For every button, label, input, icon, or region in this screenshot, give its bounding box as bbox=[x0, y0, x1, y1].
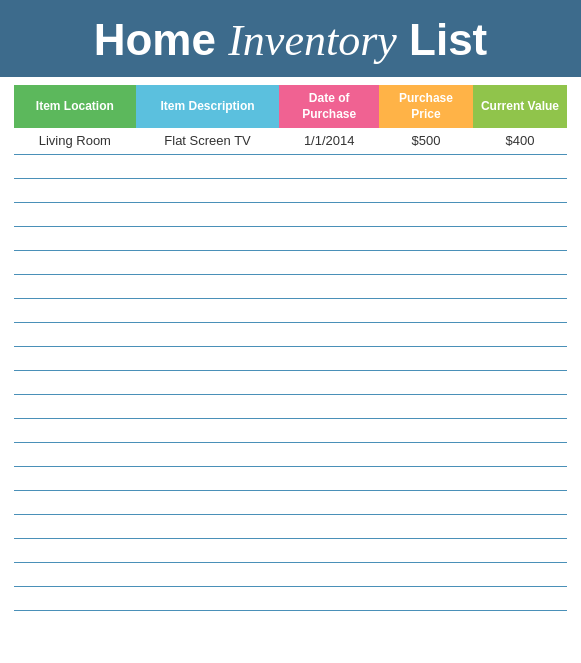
table-row bbox=[14, 514, 567, 538]
cell-location bbox=[14, 154, 136, 178]
col-header-value: Current Value bbox=[473, 85, 567, 128]
cell-date bbox=[279, 346, 379, 370]
table-row bbox=[14, 202, 567, 226]
cell-value bbox=[473, 250, 567, 274]
cell-location bbox=[14, 586, 136, 610]
cell-price bbox=[379, 202, 473, 226]
page-title: Home Inventory List bbox=[20, 18, 561, 63]
cell-location bbox=[14, 178, 136, 202]
cell-location bbox=[14, 298, 136, 322]
cell-date bbox=[279, 298, 379, 322]
cell-location bbox=[14, 274, 136, 298]
cell-description bbox=[136, 298, 280, 322]
cell-location bbox=[14, 562, 136, 586]
cell-date bbox=[279, 370, 379, 394]
cell-date bbox=[279, 250, 379, 274]
inventory-table: Item Location Item Description Date of P… bbox=[14, 85, 567, 611]
cell-date bbox=[279, 418, 379, 442]
cell-description bbox=[136, 202, 280, 226]
title-inventory: Inventory bbox=[228, 16, 397, 65]
cell-location bbox=[14, 202, 136, 226]
cell-value bbox=[473, 202, 567, 226]
cell-date bbox=[279, 178, 379, 202]
cell-description bbox=[136, 322, 280, 346]
cell-date bbox=[279, 226, 379, 250]
cell-price bbox=[379, 274, 473, 298]
cell-location bbox=[14, 490, 136, 514]
table-row bbox=[14, 466, 567, 490]
cell-date: 1/1/2014 bbox=[279, 128, 379, 154]
table-row bbox=[14, 298, 567, 322]
cell-date bbox=[279, 586, 379, 610]
cell-value bbox=[473, 418, 567, 442]
cell-location bbox=[14, 370, 136, 394]
cell-value bbox=[473, 490, 567, 514]
cell-description bbox=[136, 250, 280, 274]
cell-description bbox=[136, 226, 280, 250]
cell-value bbox=[473, 274, 567, 298]
table-row bbox=[14, 394, 567, 418]
cell-price bbox=[379, 514, 473, 538]
cell-price bbox=[379, 538, 473, 562]
table-row bbox=[14, 274, 567, 298]
cell-description bbox=[136, 466, 280, 490]
cell-value bbox=[473, 442, 567, 466]
cell-description bbox=[136, 586, 280, 610]
cell-date bbox=[279, 274, 379, 298]
cell-date bbox=[279, 490, 379, 514]
cell-location bbox=[14, 394, 136, 418]
cell-price bbox=[379, 394, 473, 418]
table-row bbox=[14, 538, 567, 562]
cell-price: $500 bbox=[379, 128, 473, 154]
cell-description bbox=[136, 394, 280, 418]
cell-location bbox=[14, 538, 136, 562]
table-container: Item Location Item Description Date of P… bbox=[0, 77, 581, 625]
cell-price bbox=[379, 322, 473, 346]
cell-price bbox=[379, 490, 473, 514]
table-row bbox=[14, 562, 567, 586]
cell-date bbox=[279, 202, 379, 226]
table-row bbox=[14, 370, 567, 394]
title-list: List bbox=[409, 15, 487, 64]
cell-description bbox=[136, 178, 280, 202]
cell-description bbox=[136, 514, 280, 538]
cell-value bbox=[473, 154, 567, 178]
cell-price bbox=[379, 370, 473, 394]
cell-price bbox=[379, 346, 473, 370]
cell-location bbox=[14, 250, 136, 274]
cell-date bbox=[279, 154, 379, 178]
table-row bbox=[14, 442, 567, 466]
cell-location bbox=[14, 418, 136, 442]
cell-price bbox=[379, 298, 473, 322]
cell-description bbox=[136, 154, 280, 178]
cell-value bbox=[473, 394, 567, 418]
page-header: Home Inventory List bbox=[0, 0, 581, 77]
cell-value bbox=[473, 370, 567, 394]
cell-date bbox=[279, 394, 379, 418]
cell-value bbox=[473, 322, 567, 346]
cell-description bbox=[136, 370, 280, 394]
table-row bbox=[14, 418, 567, 442]
table-row bbox=[14, 490, 567, 514]
cell-description: Flat Screen TV bbox=[136, 128, 280, 154]
cell-price bbox=[379, 586, 473, 610]
table-row bbox=[14, 250, 567, 274]
cell-value bbox=[473, 178, 567, 202]
cell-price bbox=[379, 178, 473, 202]
cell-date bbox=[279, 466, 379, 490]
cell-price bbox=[379, 562, 473, 586]
cell-price bbox=[379, 226, 473, 250]
title-home: Home bbox=[94, 15, 216, 64]
cell-date bbox=[279, 322, 379, 346]
table-row bbox=[14, 346, 567, 370]
col-header-description: Item Description bbox=[136, 85, 280, 128]
cell-value bbox=[473, 466, 567, 490]
header-row: Item Location Item Description Date of P… bbox=[14, 85, 567, 128]
cell-location bbox=[14, 514, 136, 538]
cell-value bbox=[473, 562, 567, 586]
cell-date bbox=[279, 538, 379, 562]
cell-value bbox=[473, 226, 567, 250]
table-row bbox=[14, 322, 567, 346]
table-row bbox=[14, 586, 567, 610]
cell-location: Living Room bbox=[14, 128, 136, 154]
